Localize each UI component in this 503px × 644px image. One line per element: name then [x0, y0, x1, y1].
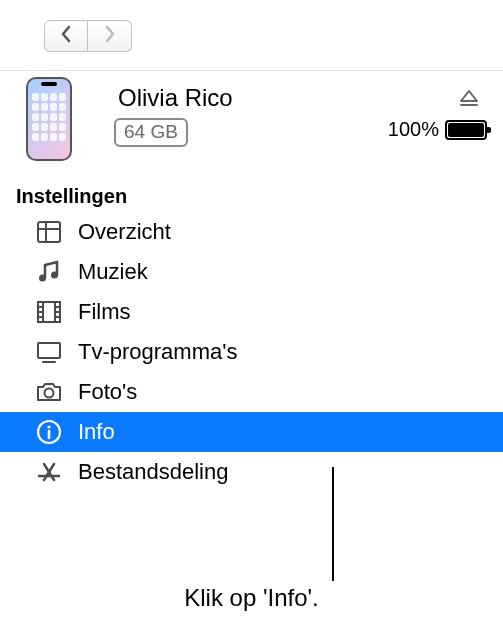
- sidebar-item-label: Bestandsdeling: [78, 459, 228, 485]
- sidebar-item-photos[interactable]: Foto's: [0, 372, 503, 412]
- info-icon: [34, 417, 64, 447]
- sidebar-item-filesharing[interactable]: Bestandsdeling: [0, 452, 503, 492]
- sidebar-item-label: Foto's: [78, 379, 137, 405]
- device-capacity-badge: 64 GB: [114, 118, 188, 147]
- nav-back-button[interactable]: [44, 20, 88, 52]
- sidebar-item-info[interactable]: Info: [0, 412, 503, 452]
- list-icon: [34, 217, 64, 247]
- svg-point-4: [39, 275, 46, 282]
- battery-percentage: 100%: [388, 118, 439, 141]
- svg-point-5: [51, 272, 58, 279]
- sidebar-item-label: Tv-programma's: [78, 339, 237, 365]
- nav-forward-button[interactable]: [88, 20, 132, 52]
- svg-point-19: [47, 425, 50, 428]
- eject-button[interactable]: [457, 85, 481, 109]
- sidebar-item-label: Info: [78, 419, 115, 445]
- settings-list: Overzicht Muziek Films Tv-programma's: [0, 212, 503, 492]
- appstore-icon: [34, 457, 64, 487]
- svg-rect-15: [38, 343, 60, 358]
- tv-icon: [34, 337, 64, 367]
- svg-point-17: [45, 389, 54, 398]
- chevron-left-icon: [60, 25, 72, 47]
- device-name: Olivia Rico: [118, 84, 233, 112]
- sidebar-item-label: Muziek: [78, 259, 148, 285]
- music-icon: [34, 257, 64, 287]
- callout-text: Klik op 'Info'.: [0, 584, 503, 612]
- sidebar-item-films[interactable]: Films: [0, 292, 503, 332]
- sidebar-item-label: Films: [78, 299, 131, 325]
- film-icon: [34, 297, 64, 327]
- settings-header: Instellingen: [16, 185, 503, 208]
- device-thumbnail: [26, 77, 72, 161]
- camera-icon: [34, 377, 64, 407]
- sidebar-item-music[interactable]: Muziek: [0, 252, 503, 292]
- sidebar-item-label: Overzicht: [78, 219, 171, 245]
- sidebar-item-tv[interactable]: Tv-programma's: [0, 332, 503, 372]
- chevron-right-icon: [104, 25, 116, 47]
- sidebar-item-overview[interactable]: Overzicht: [0, 212, 503, 252]
- battery-icon: [445, 120, 487, 140]
- callout-leader-line: [332, 467, 334, 581]
- svg-rect-1: [38, 222, 60, 242]
